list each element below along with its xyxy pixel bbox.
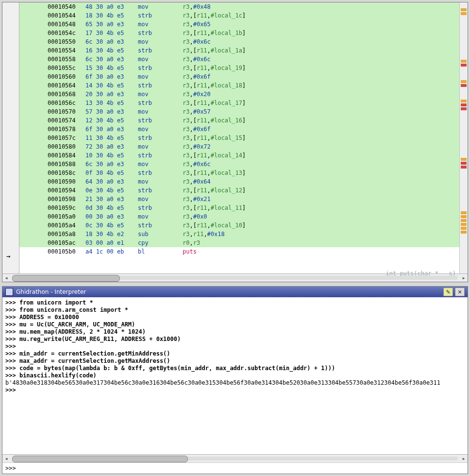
overview-mark[interactable] — [461, 8, 467, 11]
operands: r3,[r11,#local_1a] — [183, 46, 459, 55]
operands: r3,#0x6f — [183, 72, 459, 81]
overview-mark[interactable] — [461, 223, 467, 226]
bytes: 6f 30 a0 e3 — [85, 72, 138, 81]
listing-row[interactable]: 0001059c0d 30 4b e5strbr3,[r11,#local_11… — [19, 204, 459, 212]
operands: r3,[r11,#local_1c] — [183, 11, 459, 20]
overview-mark[interactable] — [461, 60, 467, 63]
listing-row[interactable]: 000105606f 30 a0 e3movr3,#0x6f — [19, 72, 459, 81]
bytes: 21 30 a0 e3 — [85, 195, 138, 204]
interpreter-hscroll-thumb[interactable] — [12, 456, 188, 462]
overview-mark[interactable] — [461, 211, 467, 214]
address: 00010558 — [48, 55, 85, 64]
address: 00010580 — [48, 142, 85, 151]
overview-mark[interactable] — [461, 64, 467, 67]
scroll-right-icon[interactable]: ▸ — [460, 455, 468, 462]
overview-mark[interactable] — [461, 215, 467, 218]
bytes: 6c 30 a0 e3 — [85, 55, 138, 64]
listing-row[interactable]: 0001059064 30 a0 e3movr3,#0x64 — [19, 177, 459, 186]
overview-mark[interactable] — [461, 103, 467, 106]
listing-hscroll-track[interactable] — [12, 276, 458, 280]
mnemonic: mov — [138, 142, 183, 151]
bytes: 0f 30 4b e5 — [85, 169, 138, 177]
listing-row[interactable]: 000105a000 30 a0 e3movr3,#0x0 — [19, 212, 459, 221]
listing-row[interactable]: 000105506c 30 a0 e3movr3,#0x6c — [19, 37, 459, 46]
listing-row[interactable]: 0001056414 30 4b e5strbr3,[r11,#local_18… — [19, 81, 459, 90]
overview-mark[interactable] — [461, 80, 467, 83]
mnemonic: mov — [138, 160, 183, 169]
listing-row[interactable]: 0001057c11 30 4b e5strbr3,[r11,#local_15… — [19, 134, 459, 142]
mnemonic: strb — [138, 151, 183, 160]
overview-mark[interactable] — [461, 219, 467, 222]
interpreter-line: >>> mu.reg_write(UC_ARM_REG_R11, ADDRESS… — [5, 336, 465, 343]
edit-icon[interactable]: ✎ — [443, 288, 453, 296]
listing-lines[interactable]: 0001054048 30 a0 e3movr3,#0x480001054418… — [19, 2, 459, 273]
mnemonic: mov — [138, 107, 183, 116]
listing-row[interactable]: 0001058410 30 4b e5strbr3,[r11,#local_14… — [19, 151, 459, 160]
listing-row[interactable]: 000105a40c 30 4b e5strbr3,[r11,#local_10… — [19, 221, 459, 230]
operands: r3,[r11,#local_17] — [183, 99, 459, 107]
mnemonic: strb — [138, 204, 183, 212]
interpreter-window-icon — [5, 288, 13, 296]
listing-row[interactable]: 0001054c17 30 4b e5strbr3,[r11,#local_1b… — [19, 29, 459, 37]
mnemonic: mov — [138, 125, 183, 134]
overview-mark[interactable] — [461, 231, 467, 234]
address: 0001056c — [48, 99, 85, 107]
bytes: 64 30 a0 e3 — [85, 177, 138, 186]
operands: r3,#0x6f — [183, 125, 459, 134]
listing-row[interactable]: 000105940e 30 4b e5strbr3,[r11,#local_12… — [19, 186, 459, 195]
mnemonic: strb — [138, 169, 183, 177]
listing-row[interactable]: 0001054418 30 4b e5strbr3,[r11,#local_1c… — [19, 11, 459, 20]
listing-row[interactable]: 0001055c15 30 4b e5strbr3,[r11,#local_19… — [19, 64, 459, 72]
bytes: 57 30 a0 e3 — [85, 107, 138, 116]
overview-mark[interactable] — [461, 162, 467, 165]
listing-row[interactable]: 000105ac03 00 a0 e1cpyr0,r3 — [19, 238, 459, 247]
listing-row[interactable]: 0001056820 30 a0 e3movr3,#0x20 — [19, 90, 459, 99]
listing-row[interactable]: 0001055416 30 4b e5strbr3,[r11,#local_1a… — [19, 46, 459, 55]
listing-row[interactable]: 000105886c 30 a0 e3movr3,#0x6c — [19, 160, 459, 169]
overview-mark[interactable] — [461, 158, 467, 161]
bytes: a4 1c 00 eb — [85, 247, 138, 256]
listing-row[interactable]: 0001054865 30 a0 e3movr3,#0x65 — [19, 20, 459, 29]
mnemonic: strb — [138, 64, 183, 72]
listing-row[interactable]: 0001059821 30 a0 e3movr3,#0x21 — [19, 195, 459, 204]
listing-row[interactable]: 0001058072 30 a0 e3movr3,#0x72 — [19, 142, 459, 151]
overview-mark[interactable] — [461, 227, 467, 230]
operands: r3,#0x6c — [183, 37, 459, 46]
interpreter-titlebar[interactable]: Ghidrathon - Interpreter ✎ ✕ — [2, 287, 468, 297]
interpreter-input[interactable] — [18, 464, 465, 472]
overview-mark[interactable] — [461, 107, 467, 110]
address: 00010570 — [48, 107, 85, 116]
listing-row[interactable]: 000105586c 30 a0 e3movr3,#0x6c — [19, 55, 459, 64]
listing-row[interactable]: 000105a818 30 4b e2subr3,r11,#0x18 — [19, 230, 459, 238]
overview-mark[interactable] — [461, 100, 467, 102]
listing-row[interactable]: 0001058c0f 30 4b e5strbr3,[r11,#local_13… — [19, 169, 459, 177]
listing-hscroll-thumb[interactable] — [12, 275, 120, 282]
overview-mark[interactable] — [461, 12, 467, 15]
scroll-right-icon[interactable]: ▸ — [460, 274, 468, 282]
interpreter-output[interactable]: >>> from unicorn import *>>> from unicor… — [2, 297, 468, 454]
listing-row[interactable]: 0001056c13 30 4b e5strbr3,[r11,#local_17… — [19, 99, 459, 107]
overview-strip[interactable] — [459, 2, 468, 273]
scroll-left-icon[interactable]: ◂ — [2, 274, 10, 282]
listing-row[interactable]: 0001057412 30 4b e5strbr3,[r11,#local_16… — [19, 116, 459, 125]
interpreter-hscrollbar[interactable]: ◂ ▸ — [2, 454, 468, 462]
operands: r3,[r11,#local_16] — [183, 116, 459, 125]
address: 00010564 — [48, 81, 85, 90]
overview-mark[interactable] — [461, 84, 467, 87]
overview-mark[interactable] — [461, 166, 467, 169]
listing-row[interactable]: 0001057057 30 a0 e3movr3,#0x57 — [19, 107, 459, 116]
bytes: 17 30 4b e5 — [85, 29, 138, 37]
bytes: 15 30 4b e5 — [85, 64, 138, 72]
bytes: 00 30 a0 e3 — [85, 212, 138, 221]
listing-row[interactable]: 000105786f 30 a0 e3movr3,#0x6f — [19, 125, 459, 134]
scroll-left-icon[interactable]: ◂ — [2, 455, 10, 462]
interpreter-prompt: >>> — [5, 465, 16, 472]
operands: r3,[r11,#local_14] — [183, 151, 459, 160]
bytes: 10 30 4b e5 — [85, 151, 138, 160]
interpreter-line: >>> from unicorn import * — [5, 299, 465, 306]
address: 00010548 — [48, 20, 85, 29]
close-icon[interactable]: ✕ — [455, 288, 465, 296]
interpreter-hscroll-track[interactable] — [12, 457, 458, 460]
listing-row[interactable]: 000105b0a4 1c 00 ebblputs — [19, 247, 459, 256]
listing-row[interactable]: 0001054048 30 a0 e3movr3,#0x48 — [19, 2, 459, 11]
